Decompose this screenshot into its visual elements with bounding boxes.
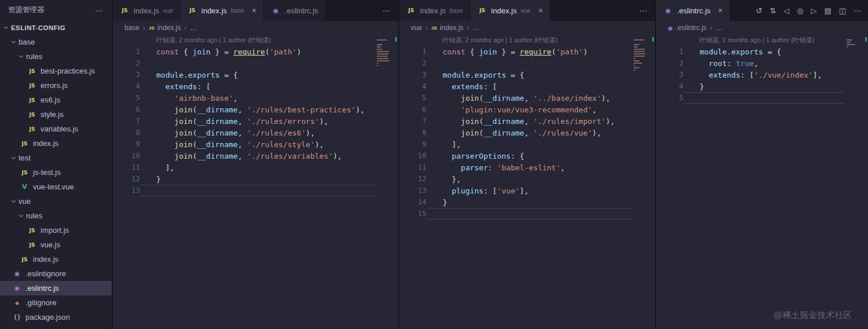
tree-item-vue.js[interactable]: JSvue.js [0, 237, 112, 252]
minimap[interactable] [632, 35, 648, 329]
code-line-text: join(__dirname, './rules/style'), [140, 138, 375, 150]
js-file-icon: JS [27, 83, 37, 89]
editor-group-3: ◉.eslintrc.js×↺⇅◁◎▷▤◫⋯ ◉.eslintrc.js›… 叶… [655, 0, 868, 329]
code-line[interactable]: 8 join(__dirname, './rules/vue'), [399, 127, 632, 138]
code-line[interactable]: 4 extends: [ [113, 81, 375, 92]
tree-item-variables.js[interactable]: JSvariables.js [0, 122, 112, 136]
compare-changes-icon[interactable]: ⇅ [770, 6, 776, 15]
line-number: 10 [399, 150, 426, 162]
minimap[interactable] [845, 35, 861, 329]
gitlens-annotation[interactable]: 叶锦湛, 2 months ago | 1 author (叶锦湛) [656, 35, 845, 46]
close-icon[interactable]: × [538, 6, 543, 14]
more-actions-icon[interactable]: ⋯ [854, 6, 861, 15]
code-line[interactable]: 4 extends: [ [399, 81, 632, 92]
tree-item-.eslintrc.js[interactable]: ◉.eslintrc.js [0, 281, 112, 295]
tab-.eslintrc.js[interactable]: ◉.eslintrc.js× [656, 0, 730, 21]
tree-item-errors.js[interactable]: JSerrors.js [0, 78, 112, 93]
code-line[interactable]: 9 ], [399, 138, 632, 150]
code-line[interactable]: 5 join(__dirname, '../base/index'), [399, 92, 632, 104]
next-revision-icon[interactable]: ▷ [811, 6, 816, 15]
more-tabs-icon[interactable]: ⋯ [382, 6, 391, 15]
tree-item-style.js[interactable]: JSstyle.js [0, 107, 112, 122]
gitlens-annotation[interactable]: 叶锦湛, 2 months ago | 1 author (叶锦湛) [399, 35, 632, 46]
tree-item-index.js[interactable]: JSindex.js [0, 136, 112, 151]
code-line[interactable]: 7 join(__dirname, './rules/import'), [399, 115, 632, 127]
code-line[interactable]: 3module.exports = { [113, 69, 375, 81]
code-line[interactable]: 1module.exports = { [656, 46, 845, 57]
code-line[interactable]: 7 join(__dirname, './rules/errors'), [113, 115, 375, 127]
code-line[interactable]: 13 [113, 185, 375, 196]
tree-item-vue-test.vue[interactable]: Vvue-test.vue [0, 180, 112, 194]
breadcrumb-item[interactable]: JSindex.js [149, 24, 181, 32]
tree-item-import.js[interactable]: JSimport.js [0, 223, 112, 237]
code-line[interactable]: 10 parserOptions: { [399, 150, 632, 162]
breadcrumb-item[interactable]: … [190, 24, 197, 32]
code-line[interactable]: 2 root: true, [656, 57, 845, 69]
tab-label: index.js [420, 6, 446, 15]
more-actions-icon[interactable]: ⋯ [95, 6, 104, 15]
code-line[interactable]: 3module.exports = { [399, 69, 632, 81]
open-changes-icon[interactable]: ◎ [797, 6, 803, 15]
close-icon[interactable]: × [252, 6, 256, 14]
code-line[interactable]: 1const { join } = require('path') [399, 46, 632, 57]
tree-item-rules[interactable]: rules [0, 49, 112, 64]
breadcrumb-item[interactable]: … [473, 24, 480, 32]
code-line[interactable]: 5 'airbnb-base', [113, 92, 375, 104]
tab-index.js-base[interactable]: JSindex.jsbase× [181, 0, 264, 21]
code-line[interactable]: 11 parser: 'babel-eslint', [399, 162, 632, 173]
gitlens-annotation[interactable]: 叶锦湛, 2 months ago | 1 author (叶锦湛) [113, 35, 375, 46]
tree-item-best-practices.js[interactable]: JSbest-practices.js [0, 64, 112, 78]
code-line[interactable]: 4} [656, 81, 845, 92]
code-line[interactable]: 15 [399, 208, 632, 220]
scrollbar[interactable] [861, 35, 868, 329]
code-line-text: join(__dirname, './rules/variables'), [140, 150, 375, 162]
code-line[interactable]: 6 join(__dirname, './rules/best-practice… [113, 104, 375, 115]
tree-item-js-test.js[interactable]: JSjs-test.js [0, 165, 112, 180]
code-line[interactable]: 12 }, [399, 173, 632, 185]
close-icon[interactable]: × [718, 6, 723, 14]
file-annotations-icon[interactable]: ▤ [824, 6, 831, 15]
project-root-item[interactable]: ESLINT-CONFIG [0, 20, 112, 35]
tab-index.js-vue[interactable]: JSindex.jsvue [113, 0, 181, 21]
tab-.eslintrc.js[interactable]: ◉.eslintrc.js [264, 0, 326, 21]
code-line[interactable]: 8 join(__dirname, './rules/es6'), [113, 127, 375, 138]
breadcrumb-item[interactable]: … [716, 24, 723, 32]
tree-item-test[interactable]: test [0, 151, 112, 165]
code-line[interactable]: 11 ], [113, 162, 375, 173]
minimap[interactable] [375, 35, 391, 329]
tree-item-base[interactable]: base [0, 35, 112, 49]
line-number: 5 [113, 92, 140, 104]
breadcrumb-item[interactable]: JSindex.js [431, 24, 463, 32]
tree-item-.gitignore[interactable]: ◆.gitignore [0, 295, 112, 310]
tree-item-package.json[interactable]: {}package.json [0, 310, 112, 324]
tree-item-vue[interactable]: vue [0, 194, 112, 209]
tree-item-label: .gitignore [25, 298, 56, 307]
split-editor-icon[interactable]: ◫ [839, 6, 846, 15]
tree-item-rules[interactable]: rules [0, 209, 112, 223]
code-line[interactable]: 5 [656, 92, 845, 104]
tab-index.js-base[interactable]: JSindex.jsbase [399, 0, 470, 21]
code-line[interactable]: 2 [113, 57, 375, 69]
code-line[interactable]: 1const { join } = require('path') [113, 46, 375, 57]
code-line[interactable]: 6 'plugin:vue/vue3-recommended', [399, 104, 632, 115]
code-line[interactable]: 3 extends: ['./vue/index'], [656, 69, 845, 81]
previous-revision-icon[interactable]: ◁ [784, 6, 789, 15]
code-line[interactable]: 10 join(__dirname, './rules/variables'), [113, 150, 375, 162]
breadcrumb-item[interactable]: base [124, 24, 139, 32]
tree-item-index.js[interactable]: JSindex.js [0, 252, 112, 266]
code-line[interactable]: 9 join(__dirname, './rules/style'), [113, 138, 375, 150]
code-line[interactable]: 2 [399, 57, 632, 69]
timeline-history-icon[interactable]: ↺ [756, 6, 762, 15]
tree-item-.eslintignore[interactable]: ◉.eslintignore [0, 266, 112, 281]
scrollbar[interactable] [648, 35, 655, 329]
code-line[interactable]: 12} [113, 173, 375, 185]
breadcrumb-item[interactable]: ◉.eslintrc.js [668, 24, 707, 32]
more-tabs-icon[interactable]: ⋯ [639, 6, 648, 15]
tab-index.js-vue[interactable]: JSindex.jsvue× [470, 0, 550, 21]
tree-item-es6.js[interactable]: JSes6.js [0, 93, 112, 107]
scrollbar[interactable] [391, 35, 398, 329]
code-line[interactable]: 13 plugins: ['vue'], [399, 185, 632, 196]
breadcrumb-item[interactable]: vue [411, 24, 422, 32]
code-line[interactable]: 14} [399, 196, 632, 208]
tab-bar-space [730, 0, 749, 21]
